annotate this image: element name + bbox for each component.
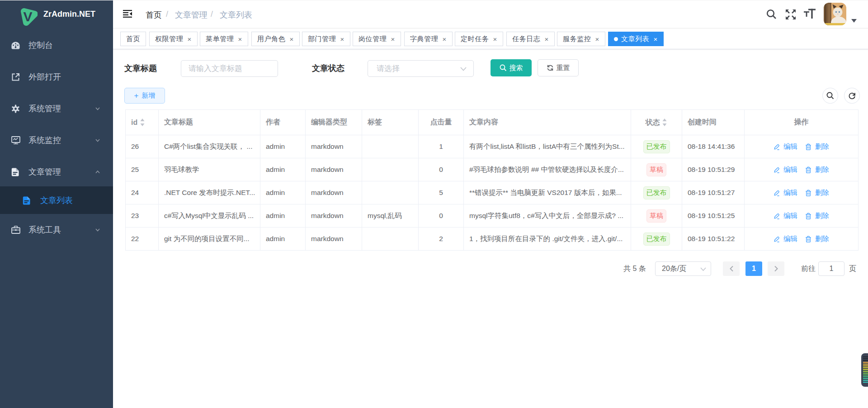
svg-text:V: V bbox=[23, 9, 32, 24]
